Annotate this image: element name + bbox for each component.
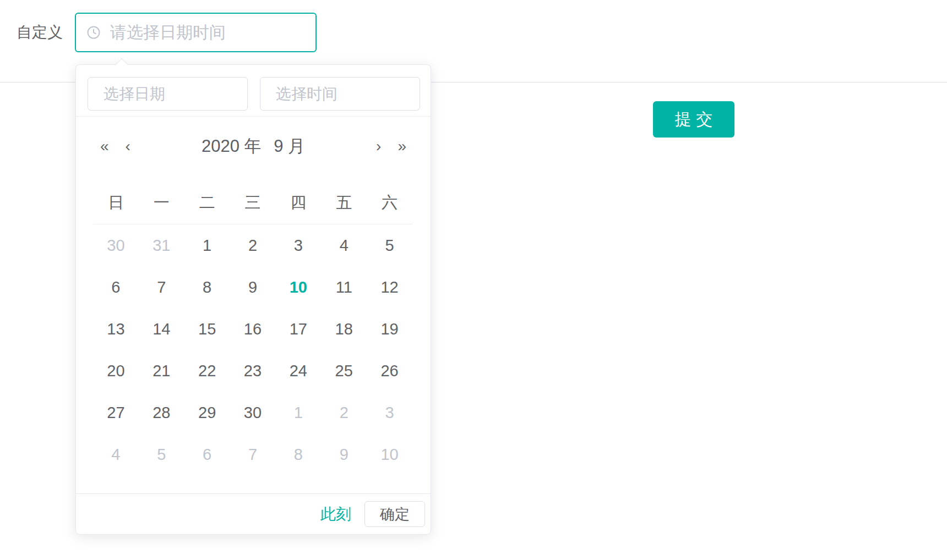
date-cell[interactable]: 28 bbox=[139, 392, 184, 433]
date-cell[interactable]: 4 bbox=[93, 433, 139, 475]
date-cell[interactable]: 6 bbox=[93, 266, 139, 308]
date-cell[interactable]: 29 bbox=[184, 392, 230, 433]
date-cell[interactable]: 26 bbox=[367, 350, 412, 392]
weekday-label: 一 bbox=[139, 192, 184, 214]
date-cell[interactable]: 24 bbox=[275, 350, 321, 392]
date-cell[interactable]: 10 bbox=[275, 266, 321, 308]
clock-icon bbox=[86, 25, 101, 40]
calendar-header: « ‹ 2020 年 9 月 › » bbox=[76, 127, 431, 166]
date-cell[interactable]: 23 bbox=[230, 350, 276, 392]
form-label: 自定义 bbox=[17, 25, 63, 40]
date-cell[interactable]: 2 bbox=[321, 392, 367, 433]
date-grid: 3031123456789101112131415161718192021222… bbox=[93, 224, 412, 475]
picker-input-row bbox=[76, 65, 431, 117]
date-cell[interactable]: 16 bbox=[230, 308, 276, 350]
month-label[interactable]: 9 月 bbox=[274, 136, 305, 156]
page: 自定义 提 交 « ‹ 2020 年 9 月 › » 日一二三四 bbox=[0, 0, 947, 560]
confirm-button[interactable]: 确定 bbox=[364, 501, 425, 527]
prev-month-button[interactable]: ‹ bbox=[126, 139, 130, 154]
date-cell[interactable]: 4 bbox=[321, 224, 367, 266]
date-cell[interactable]: 18 bbox=[321, 308, 367, 350]
weekday-row: 日一二三四五六 bbox=[93, 182, 412, 224]
weekday-label: 三 bbox=[230, 192, 276, 214]
date-cell[interactable]: 22 bbox=[184, 350, 230, 392]
date-cell[interactable]: 9 bbox=[230, 266, 276, 308]
date-cell[interactable]: 25 bbox=[321, 350, 367, 392]
datetime-input[interactable] bbox=[110, 23, 306, 42]
date-cell[interactable]: 5 bbox=[139, 433, 184, 475]
weekday-label: 四 bbox=[275, 192, 321, 214]
date-cell[interactable]: 30 bbox=[93, 224, 139, 266]
submit-button[interactable]: 提 交 bbox=[653, 101, 734, 138]
next-year-button[interactable]: » bbox=[398, 139, 406, 154]
date-cell[interactable]: 20 bbox=[93, 350, 139, 392]
date-cell[interactable]: 10 bbox=[367, 433, 412, 475]
date-cell[interactable]: 12 bbox=[367, 266, 412, 308]
weekday-label: 二 bbox=[184, 192, 230, 214]
datetime-input-wrap[interactable] bbox=[75, 13, 317, 52]
date-cell[interactable]: 8 bbox=[184, 266, 230, 308]
date-cell[interactable]: 8 bbox=[275, 433, 321, 475]
picker-date-input[interactable] bbox=[88, 77, 248, 111]
date-cell[interactable]: 13 bbox=[93, 308, 139, 350]
picker-footer: 此刻 确定 bbox=[76, 493, 431, 534]
date-cell[interactable]: 14 bbox=[139, 308, 184, 350]
year-label[interactable]: 2020 年 bbox=[202, 136, 262, 156]
now-link[interactable]: 此刻 bbox=[320, 504, 351, 525]
date-cell[interactable]: 19 bbox=[367, 308, 412, 350]
calendar-title: 2020 年 9 月 bbox=[130, 135, 376, 158]
date-cell[interactable]: 3 bbox=[367, 392, 412, 433]
date-cell[interactable]: 11 bbox=[321, 266, 367, 308]
date-cell[interactable]: 21 bbox=[139, 350, 184, 392]
date-cell[interactable]: 27 bbox=[93, 392, 139, 433]
date-cell[interactable]: 5 bbox=[367, 224, 412, 266]
datetime-picker-popover: « ‹ 2020 年 9 月 › » 日一二三四五六 3031123456789… bbox=[75, 64, 431, 535]
date-cell[interactable]: 3 bbox=[275, 224, 321, 266]
date-cell[interactable]: 30 bbox=[230, 392, 276, 433]
date-cell[interactable]: 6 bbox=[184, 433, 230, 475]
date-cell[interactable]: 17 bbox=[275, 308, 321, 350]
date-cell[interactable]: 1 bbox=[184, 224, 230, 266]
picker-time-input[interactable] bbox=[260, 77, 420, 111]
date-cell[interactable]: 9 bbox=[321, 433, 367, 475]
date-cell[interactable]: 31 bbox=[139, 224, 184, 266]
weekday-label: 日 bbox=[93, 192, 139, 214]
calendar-table: 日一二三四五六 30311234567891011121314151617181… bbox=[93, 182, 412, 475]
date-cell[interactable]: 2 bbox=[230, 224, 276, 266]
date-cell[interactable]: 7 bbox=[230, 433, 276, 475]
weekday-label: 六 bbox=[367, 192, 412, 214]
date-cell[interactable]: 7 bbox=[139, 266, 184, 308]
next-month-button[interactable]: › bbox=[376, 139, 381, 154]
date-cell[interactable]: 1 bbox=[275, 392, 321, 433]
prev-year-button[interactable]: « bbox=[100, 139, 109, 154]
date-cell[interactable]: 15 bbox=[184, 308, 230, 350]
weekday-label: 五 bbox=[321, 192, 367, 214]
